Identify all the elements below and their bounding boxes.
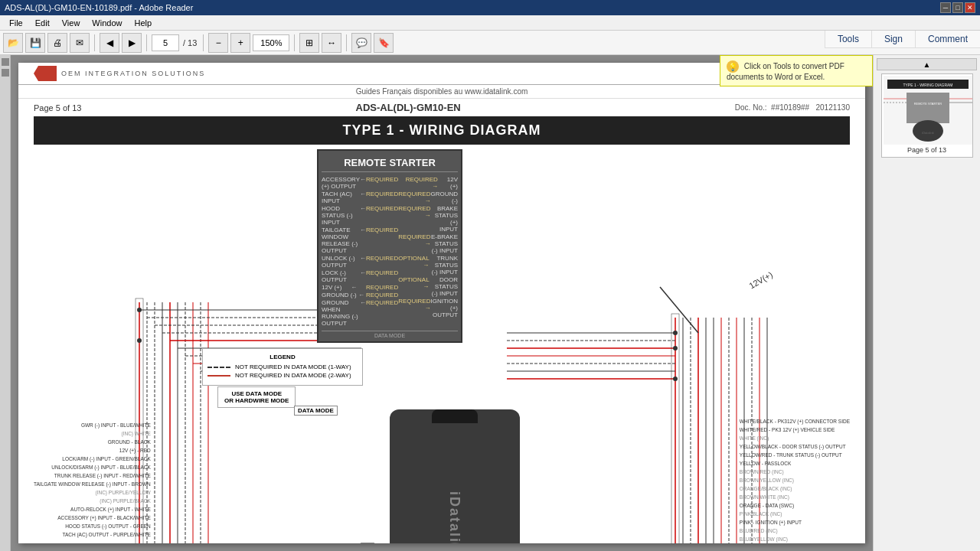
svg-point-53 — [673, 331, 678, 335]
wire-label-r-pk-blk: PINK/BLACK (INC) — [737, 510, 850, 518]
window-title: ADS-AL(DL)-GM10-EN-10189.pdf - Adobe Rea… — [5, 3, 193, 12]
wire-label-autorelock: AUTO-RELOCK (+) INPUT - WHITE — [34, 505, 154, 514]
svg-point-54 — [673, 346, 678, 350]
restore-button[interactable]: □ — [952, 2, 963, 13]
svg-rect-52 — [671, 314, 679, 543]
data-mode-button[interactable]: USE DATA MODE OR HARDWIRE MODE — [217, 386, 296, 408]
wire-label-inc-white: (INC) WHITE — [34, 429, 154, 438]
wire-label-r-br-yel: BROWN/YELLOW (INC) — [737, 476, 850, 484]
wire-label-r-passlock: YELLOW - PASSLOCK — [737, 459, 850, 468]
wire-label-r-pk3-conn: WHITE/BLACK - PK312V (+) CONNECTOR SIDE — [737, 417, 850, 425]
separator-4 — [294, 34, 295, 51]
comment-button[interactable]: 💬 — [351, 33, 371, 53]
prev-page-button[interactable]: ◀ — [100, 33, 119, 53]
close-button[interactable]: ✕ — [965, 2, 975, 13]
svg-rect-3 — [906, 93, 949, 123]
svg-line-50 — [660, 287, 698, 333]
svg-text:REMOTE STARTER: REMOTE STARTER — [913, 102, 942, 106]
idatalink-device: iDatalink ⏻ — [390, 409, 520, 543]
legend-row-2: NOT REQUIRED IN DATA MODE (2-WAY) — [207, 372, 358, 379]
wire-labels-left: GWR (-) INPUT - BLUE/WHITE (INC) WHITE G… — [34, 421, 154, 539]
logo-text: OEM INTEGRATION SOLUTIONS — [61, 70, 205, 77]
legend-solid-line — [207, 375, 230, 377]
legend-text-2: NOT REQUIRED IN DATA MODE (2-WAY) — [235, 372, 351, 379]
logo-area: OEM INTEGRATION SOLUTIONS — [34, 66, 205, 81]
wire-label-trunk: TRUNK RELEASE (-) INPUT - RED/WHITE — [34, 471, 154, 480]
page-number-display: Page 5 of 13 — [34, 103, 81, 112]
tooltip-box: 💡 Click on Tools to convert PDF document… — [720, 55, 873, 86]
menu-file[interactable]: File — [3, 17, 29, 29]
wire-label-ground: GROUND - BLACK — [34, 438, 154, 446]
v12-label: 12V(+) — [747, 269, 774, 290]
separator-5 — [346, 34, 347, 51]
thumbnail-image: TYPE 1 - WIRING DIAGRAM REMOTE STARTER i… — [884, 76, 972, 145]
menu-window[interactable]: Window — [86, 17, 128, 29]
zoom-input[interactable] — [253, 34, 289, 51]
pdf-scrollbar[interactable] — [360, 543, 375, 543]
legend-row-1: NOT REQUIRED IN DATA MODE (1-WAY) — [207, 364, 358, 370]
sidebar-icon-1[interactable] — [2, 58, 9, 66]
svg-point-55 — [673, 377, 678, 381]
sign-button[interactable]: Sign — [871, 31, 915, 47]
page-of-label: / 13 — [181, 38, 198, 47]
wire-label-r-trunk-status: YELLOW/RED - TRUNK STATUS (-) OUTPUT — [737, 451, 850, 459]
doc-info-display: Doc. No.: ##10189## 20121130 — [735, 103, 850, 112]
print-button[interactable]: 🖨 — [47, 33, 67, 53]
wire-label-gwr: GWR (-) INPUT - BLUE/WHITE — [34, 421, 154, 429]
wire-label-acc: ACCESSORY (+) INPUT - BLACK/WHITE — [34, 514, 154, 522]
wire-label-r-pk3-veh: WHITE/RED - PK3 12V (+) VEHICLE SIDE — [737, 425, 850, 434]
legend-text-1: NOT REQUIRED IN DATA MODE (1-WAY) — [235, 364, 351, 370]
email-button[interactable]: ✉ — [70, 33, 90, 53]
doc-title-display: ADS-AL(DL)-GM10-EN — [356, 102, 461, 113]
menu-help[interactable]: Help — [128, 17, 158, 29]
logo-shape — [34, 66, 57, 81]
separator-1 — [94, 34, 95, 51]
thumbnail-label: Page 5 of 13 — [884, 145, 971, 155]
wire-label-r-br-red: BROWN/RED (INC) — [737, 468, 850, 476]
legend-title: LEGEND — [207, 354, 358, 360]
wire-label-inc-purple-y: (INC) PURPLE/YELLOW — [34, 488, 154, 497]
tooltip-icon: 💡 — [727, 60, 739, 73]
wire-label-r-door: YELLOW/BLACK - DOOR STATUS (-) OUTPUT — [737, 442, 850, 451]
save-button[interactable]: 💾 — [25, 33, 45, 53]
window-controls: ─ □ ✕ — [940, 2, 975, 13]
comment-tool-button[interactable]: Comment — [915, 31, 980, 47]
fit-page-button[interactable]: ⊞ — [299, 33, 319, 53]
wire-label-hood: HOOD STATUS (-) OUTPUT - GREEN — [34, 522, 154, 530]
diagram-title: TYPE 1 - WIRING DIAGRAM — [34, 116, 850, 145]
svg-text:iDatalink: iDatalink — [922, 131, 933, 135]
open-button[interactable]: 📂 — [3, 33, 23, 53]
wire-label-tailgate: TAILGATE WINDOW RELEASE (-) INPUT - BROW… — [34, 480, 154, 488]
wire-label-r-white-inc: WHITE (INC) — [737, 434, 850, 442]
data-mode-label-left: DATA MODE — [294, 406, 338, 416]
page-number-input[interactable] — [152, 34, 179, 51]
stamp-button[interactable]: 🔖 — [374, 33, 394, 53]
wire-label-unlock: UNLOCK/DISARM (-) INPUT - BLUE/BLACK — [34, 463, 154, 471]
tooltip-text: Click on Tools to convert PDF documents … — [727, 62, 844, 81]
scroll-up-button[interactable]: ▲ — [877, 58, 977, 70]
legend-dashed-line — [207, 367, 230, 368]
title-bar: ADS-AL(DL)-GM10-EN-10189.pdf - Adobe Rea… — [0, 0, 980, 15]
data-mode-label-rs: DATA MODE — [322, 331, 458, 338]
minimize-button[interactable]: ─ — [940, 2, 951, 13]
sidebar-icon-2[interactable] — [2, 69, 9, 77]
remote-starter-box: REMOTE STARTER ACCESSORY (+) OUTPUT ← RE… — [317, 149, 462, 343]
fit-width-button[interactable]: ↔ — [322, 33, 341, 53]
legend-box: LEGEND NOT REQUIRED IN DATA MODE (1-WAY)… — [202, 348, 363, 386]
pdf-meta: Page 5 of 13 ADS-AL(DL)-GM10-EN Doc. No.… — [18, 99, 865, 116]
left-sidebar — [0, 55, 11, 551]
tools-button[interactable]: Tools — [825, 31, 871, 47]
menu-view[interactable]: View — [56, 17, 87, 29]
menu-edit[interactable]: Edit — [29, 17, 56, 29]
zoom-out-button[interactable]: − — [208, 33, 228, 53]
next-page-button[interactable]: ▶ — [122, 33, 142, 53]
separator-2 — [146, 34, 147, 51]
zoom-in-button[interactable]: + — [230, 33, 250, 53]
wire-label-r-bl-yel: BLUE/YELLOW (INC) — [737, 535, 850, 543]
wire-label-r-orange: ORANGE - DATA (SWC) — [737, 501, 850, 510]
right-panel: ▲ TYPE 1 - WIRING DIAGRAM REMOTE STARTER… — [873, 55, 980, 551]
main-content: OEM INTEGRATION SOLUTIONS GENERAL MOTORS… — [11, 55, 873, 551]
thumbnail-container[interactable]: TYPE 1 - WIRING DIAGRAM REMOTE STARTER i… — [881, 73, 973, 158]
pdf-page: OEM INTEGRATION SOLUTIONS GENERAL MOTORS… — [18, 63, 865, 543]
data-mode-line2: OR HARDWIRE MODE — [224, 397, 289, 404]
